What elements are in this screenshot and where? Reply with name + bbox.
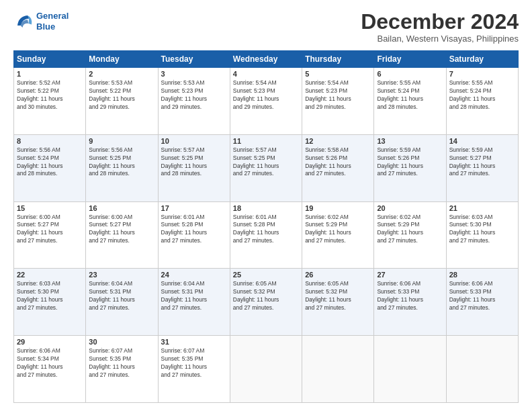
- calendar-cell: 11Sunrise: 5:57 AM Sunset: 5:25 PM Dayli…: [230, 134, 302, 201]
- day-number: 19: [305, 204, 371, 212]
- day-number: 28: [449, 271, 515, 279]
- day-number: 26: [305, 271, 371, 279]
- day-info: Sunrise: 6:07 AM Sunset: 5:35 PM Dayligh…: [89, 347, 154, 379]
- calendar-cell: 23Sunrise: 6:04 AM Sunset: 5:31 PM Dayli…: [86, 269, 158, 336]
- day-number: 1: [17, 70, 83, 78]
- day-info: Sunrise: 6:03 AM Sunset: 5:30 PM Dayligh…: [17, 280, 83, 312]
- logo: General Blue: [13, 11, 69, 32]
- day-number: 25: [233, 271, 299, 279]
- calendar-cell: 5Sunrise: 5:54 AM Sunset: 5:23 PM Daylig…: [302, 68, 374, 135]
- calendar-cell: 29Sunrise: 6:06 AM Sunset: 5:34 PM Dayli…: [14, 336, 86, 403]
- logo-icon: [13, 11, 34, 32]
- calendar-cell: 26Sunrise: 6:05 AM Sunset: 5:32 PM Dayli…: [302, 269, 374, 336]
- day-number: 15: [17, 204, 83, 212]
- calendar-cell: 20Sunrise: 6:02 AM Sunset: 5:29 PM Dayli…: [374, 201, 446, 269]
- day-info: Sunrise: 5:56 AM Sunset: 5:25 PM Dayligh…: [89, 146, 154, 179]
- day-info: Sunrise: 6:06 AM Sunset: 5:33 PM Dayligh…: [377, 280, 443, 312]
- calendar-cell: 28Sunrise: 6:06 AM Sunset: 5:33 PM Dayli…: [446, 269, 518, 336]
- day-number: 2: [89, 70, 154, 78]
- calendar-cell: 12Sunrise: 5:58 AM Sunset: 5:26 PM Dayli…: [302, 134, 374, 201]
- logo-line2: Blue: [36, 21, 55, 32]
- day-info: Sunrise: 5:53 AM Sunset: 5:22 PM Dayligh…: [89, 79, 154, 111]
- day-number: 6: [377, 70, 443, 78]
- day-number: 29: [17, 338, 83, 346]
- calendar-cell: [374, 336, 446, 403]
- calendar-cell: 22Sunrise: 6:03 AM Sunset: 5:30 PM Dayli…: [14, 269, 86, 336]
- day-info: Sunrise: 5:59 AM Sunset: 5:26 PM Dayligh…: [377, 146, 443, 179]
- day-info: Sunrise: 5:52 AM Sunset: 5:22 PM Dayligh…: [17, 79, 83, 111]
- day-info: Sunrise: 6:06 AM Sunset: 5:34 PM Dayligh…: [17, 347, 83, 379]
- calendar-cell: 21Sunrise: 6:03 AM Sunset: 5:30 PM Dayli…: [446, 201, 518, 269]
- day-number: 27: [377, 271, 443, 279]
- calendar-cell: 25Sunrise: 6:05 AM Sunset: 5:32 PM Dayli…: [230, 269, 302, 336]
- day-info: Sunrise: 6:04 AM Sunset: 5:31 PM Dayligh…: [161, 280, 227, 312]
- weekday-header-wednesday: Wednesday: [230, 51, 302, 68]
- day-number: 14: [449, 137, 515, 145]
- calendar-cell: 3Sunrise: 5:53 AM Sunset: 5:23 PM Daylig…: [158, 68, 230, 135]
- calendar-cell: [230, 336, 302, 403]
- weekday-header-thursday: Thursday: [302, 51, 374, 68]
- subtitle: Bailan, Western Visayas, Philippines: [361, 34, 519, 44]
- day-number: 11: [233, 137, 299, 145]
- day-number: 9: [89, 137, 154, 145]
- day-info: Sunrise: 6:05 AM Sunset: 5:32 PM Dayligh…: [233, 280, 299, 312]
- day-number: 31: [161, 338, 227, 346]
- day-info: Sunrise: 6:01 AM Sunset: 5:28 PM Dayligh…: [161, 214, 227, 246]
- calendar-week-5: 29Sunrise: 6:06 AM Sunset: 5:34 PM Dayli…: [14, 336, 519, 403]
- main-title: December 2024: [361, 11, 519, 32]
- page: General Blue December 2024 Bailan, Weste…: [0, 0, 532, 411]
- day-number: 8: [17, 137, 83, 145]
- day-info: Sunrise: 5:55 AM Sunset: 5:24 PM Dayligh…: [449, 79, 515, 111]
- calendar-cell: 8Sunrise: 5:56 AM Sunset: 5:24 PM Daylig…: [14, 134, 86, 201]
- day-info: Sunrise: 6:00 AM Sunset: 5:27 PM Dayligh…: [89, 214, 154, 246]
- day-info: Sunrise: 5:55 AM Sunset: 5:24 PM Dayligh…: [377, 79, 443, 111]
- day-number: 23: [89, 271, 154, 279]
- day-info: Sunrise: 5:57 AM Sunset: 5:25 PM Dayligh…: [161, 146, 227, 179]
- day-number: 5: [305, 70, 371, 78]
- day-number: 18: [233, 204, 299, 212]
- day-info: Sunrise: 6:03 AM Sunset: 5:30 PM Dayligh…: [449, 214, 515, 246]
- day-info: Sunrise: 5:54 AM Sunset: 5:23 PM Dayligh…: [233, 79, 299, 111]
- day-number: 7: [449, 70, 515, 78]
- calendar-cell: 2Sunrise: 5:53 AM Sunset: 5:22 PM Daylig…: [86, 68, 158, 135]
- calendar-cell: 1Sunrise: 5:52 AM Sunset: 5:22 PM Daylig…: [14, 68, 86, 135]
- day-info: Sunrise: 6:02 AM Sunset: 5:29 PM Dayligh…: [305, 214, 371, 246]
- day-number: 4: [233, 70, 299, 78]
- calendar-cell: 30Sunrise: 6:07 AM Sunset: 5:35 PM Dayli…: [86, 336, 158, 403]
- day-info: Sunrise: 6:00 AM Sunset: 5:27 PM Dayligh…: [17, 214, 83, 246]
- day-info: Sunrise: 5:57 AM Sunset: 5:25 PM Dayligh…: [233, 146, 299, 179]
- calendar-cell: 9Sunrise: 5:56 AM Sunset: 5:25 PM Daylig…: [86, 134, 158, 201]
- day-info: Sunrise: 5:56 AM Sunset: 5:24 PM Dayligh…: [17, 146, 83, 179]
- weekday-header-saturday: Saturday: [446, 51, 518, 68]
- calendar-cell: 7Sunrise: 5:55 AM Sunset: 5:24 PM Daylig…: [446, 68, 518, 135]
- weekday-header-sunday: Sunday: [14, 51, 86, 68]
- day-info: Sunrise: 6:07 AM Sunset: 5:35 PM Dayligh…: [161, 347, 227, 379]
- day-info: Sunrise: 5:58 AM Sunset: 5:26 PM Dayligh…: [305, 146, 371, 179]
- day-info: Sunrise: 5:53 AM Sunset: 5:23 PM Dayligh…: [161, 79, 227, 111]
- calendar-week-1: 1Sunrise: 5:52 AM Sunset: 5:22 PM Daylig…: [14, 68, 519, 135]
- calendar-table: SundayMondayTuesdayWednesdayThursdayFrid…: [13, 50, 519, 403]
- calendar-cell: 18Sunrise: 6:01 AM Sunset: 5:28 PM Dayli…: [230, 201, 302, 269]
- title-block: December 2024 Bailan, Western Visayas, P…: [361, 11, 519, 44]
- day-number: 16: [89, 204, 154, 212]
- day-number: 30: [89, 338, 154, 346]
- day-info: Sunrise: 6:01 AM Sunset: 5:28 PM Dayligh…: [233, 214, 299, 246]
- day-number: 17: [161, 204, 227, 212]
- day-number: 20: [377, 204, 443, 212]
- calendar-cell: [446, 336, 518, 403]
- calendar-week-3: 15Sunrise: 6:00 AM Sunset: 5:27 PM Dayli…: [14, 201, 519, 269]
- calendar-cell: 27Sunrise: 6:06 AM Sunset: 5:33 PM Dayli…: [374, 269, 446, 336]
- header: General Blue December 2024 Bailan, Weste…: [13, 11, 519, 44]
- day-info: Sunrise: 5:59 AM Sunset: 5:27 PM Dayligh…: [449, 146, 515, 179]
- day-info: Sunrise: 6:06 AM Sunset: 5:33 PM Dayligh…: [449, 280, 515, 312]
- day-number: 22: [17, 271, 83, 279]
- calendar-cell: 19Sunrise: 6:02 AM Sunset: 5:29 PM Dayli…: [302, 201, 374, 269]
- calendar-cell: 16Sunrise: 6:00 AM Sunset: 5:27 PM Dayli…: [86, 201, 158, 269]
- weekday-header-monday: Monday: [86, 51, 158, 68]
- calendar-cell: 6Sunrise: 5:55 AM Sunset: 5:24 PM Daylig…: [374, 68, 446, 135]
- calendar-cell: [302, 336, 374, 403]
- day-number: 21: [449, 204, 515, 212]
- day-number: 10: [161, 137, 227, 145]
- calendar-cell: 31Sunrise: 6:07 AM Sunset: 5:35 PM Dayli…: [158, 336, 230, 403]
- calendar-cell: 15Sunrise: 6:00 AM Sunset: 5:27 PM Dayli…: [14, 201, 86, 269]
